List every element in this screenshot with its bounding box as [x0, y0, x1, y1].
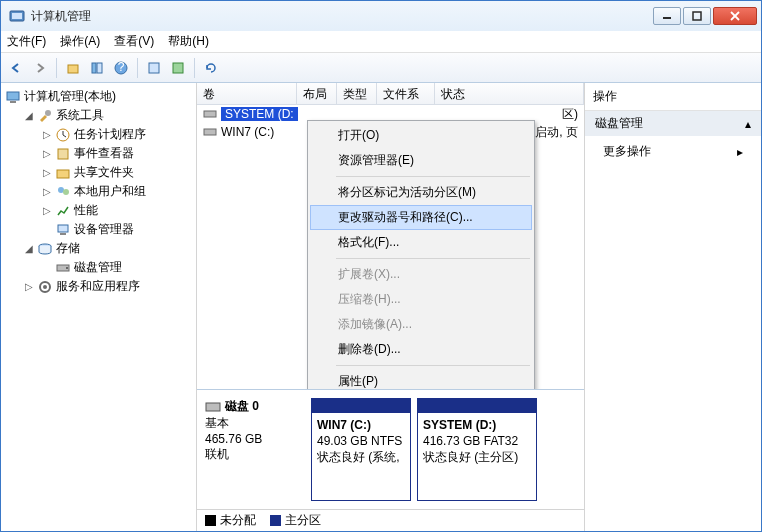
main-pane: 卷 布局 类型 文件系统 状态 SYSTEM (D: 区) WIN7 (C:) …: [197, 83, 585, 531]
storage-icon: [37, 241, 53, 257]
disk-icon: [205, 399, 221, 415]
help-button[interactable]: ?: [110, 57, 132, 79]
svg-rect-7: [92, 63, 96, 73]
expand-icon[interactable]: ▷: [41, 201, 52, 220]
ctx-delete[interactable]: 删除卷(D)...: [310, 337, 532, 362]
actions-header: 操作: [585, 83, 761, 111]
tools-icon: [37, 108, 53, 124]
minimize-button[interactable]: [653, 7, 681, 25]
svg-rect-3: [693, 12, 701, 20]
tree-task-scheduler[interactable]: ▷任务计划程序: [39, 125, 194, 144]
svg-rect-14: [10, 101, 16, 103]
tree-pane: 计算机管理(本地) ◢系统工具 ▷任务计划程序 ▷事件查看器 ▷共享文件夹 ▷本…: [1, 83, 197, 531]
content: 计算机管理(本地) ◢系统工具 ▷任务计划程序 ▷事件查看器 ▷共享文件夹 ▷本…: [1, 83, 761, 531]
tree-disk-management[interactable]: ▷磁盘管理: [39, 258, 194, 277]
ctx-mirror: 添加镜像(A)...: [310, 312, 532, 337]
tree-services[interactable]: ▷服务和应用程序: [21, 277, 194, 296]
svg-rect-29: [204, 129, 216, 135]
col-type[interactable]: 类型: [337, 83, 377, 104]
tree-system-tools[interactable]: ◢系统工具: [21, 106, 194, 125]
menu-file[interactable]: 文件(F): [7, 33, 46, 50]
toolbar: ?: [1, 53, 761, 83]
maximize-button[interactable]: [683, 7, 711, 25]
svg-point-27: [43, 285, 47, 289]
toolbar-icon-1[interactable]: [143, 57, 165, 79]
svg-rect-11: [149, 63, 159, 73]
svg-rect-13: [7, 92, 19, 100]
col-fs[interactable]: 文件系统: [377, 83, 435, 104]
actions-group[interactable]: 磁盘管理 ▴: [585, 111, 761, 136]
col-status[interactable]: 状态: [435, 83, 584, 104]
legend-primary: 主分区: [270, 512, 321, 529]
tree-root[interactable]: 计算机管理(本地): [3, 87, 194, 106]
menu-help[interactable]: 帮助(H): [168, 33, 209, 50]
partition-c[interactable]: WIN7 (C:) 49.03 GB NTFS 状态良好 (系统,: [311, 398, 411, 501]
services-icon: [37, 279, 53, 295]
disk-icon: [55, 260, 71, 276]
expand-icon[interactable]: ▷: [41, 125, 52, 144]
window: 计算机管理 文件(F) 操作(A) 查看(V) 帮助(H) ?: [0, 0, 762, 532]
svg-rect-30: [206, 403, 220, 411]
collapse-icon[interactable]: ◢: [23, 106, 34, 125]
legend: 未分配 主分区: [197, 509, 584, 531]
app-icon: [9, 8, 25, 24]
ctx-change-letter[interactable]: 更改驱动器号和路径(C)...: [310, 205, 532, 230]
chevron-up-icon: ▴: [745, 117, 751, 131]
svg-point-25: [66, 267, 68, 269]
ctx-explorer[interactable]: 资源管理器(E): [310, 148, 532, 173]
svg-rect-6: [68, 65, 78, 73]
partition-d[interactable]: SYSTEM (D:) 416.73 GB FAT32 状态良好 (主分区): [417, 398, 537, 501]
expand-icon[interactable]: ▷: [41, 182, 52, 201]
event-icon: [55, 146, 71, 162]
svg-rect-1: [12, 13, 22, 19]
close-button[interactable]: [713, 7, 757, 25]
menubar: 文件(F) 操作(A) 查看(V) 帮助(H): [1, 31, 761, 53]
toolbar-icon-2[interactable]: [167, 57, 189, 79]
share-icon: [55, 165, 71, 181]
disk-info[interactable]: 磁盘 0 基本 465.76 GB 联机: [205, 398, 305, 501]
context-menu: 打开(O) 资源管理器(E) 将分区标记为活动分区(M) 更改驱动器号和路径(C…: [307, 120, 535, 390]
actions-more[interactable]: 更多操作 ▸: [585, 136, 761, 167]
svg-rect-12: [173, 63, 183, 73]
volume-list-header: 卷 布局 类型 文件系统 状态: [197, 83, 584, 105]
tree-performance[interactable]: ▷性能: [39, 201, 194, 220]
window-buttons: [653, 7, 757, 25]
show-hide-tree-button[interactable]: [86, 57, 108, 79]
clock-icon: [55, 127, 71, 143]
back-button[interactable]: [5, 57, 27, 79]
drive-icon: [203, 107, 217, 121]
tree-storage[interactable]: ◢存储: [21, 239, 194, 258]
menu-view[interactable]: 查看(V): [114, 33, 154, 50]
refresh-button[interactable]: [200, 57, 222, 79]
device-icon: [55, 222, 71, 238]
svg-rect-28: [204, 111, 216, 117]
window-title: 计算机管理: [31, 8, 653, 25]
drive-icon: [203, 125, 217, 139]
collapse-icon[interactable]: ◢: [23, 239, 34, 258]
tree-device-manager[interactable]: ▷设备管理器: [39, 220, 194, 239]
ctx-format[interactable]: 格式化(F)...: [310, 230, 532, 255]
expand-icon[interactable]: ▷: [41, 163, 52, 182]
computer-icon: [5, 89, 21, 105]
menu-action[interactable]: 操作(A): [60, 33, 100, 50]
forward-button[interactable]: [29, 57, 51, 79]
volume-list[interactable]: SYSTEM (D: 区) WIN7 (C:) 启动, 页 打开(O) 资源管理…: [197, 105, 584, 390]
tree-shared-folders[interactable]: ▷共享文件夹: [39, 163, 194, 182]
ctx-properties[interactable]: 属性(P): [310, 369, 532, 390]
expand-icon[interactable]: ▷: [41, 144, 52, 163]
tree-local-users[interactable]: ▷本地用户和组: [39, 182, 194, 201]
svg-text:?: ?: [118, 61, 125, 74]
ctx-open[interactable]: 打开(O): [310, 123, 532, 148]
ctx-mark-active[interactable]: 将分区标记为活动分区(M): [310, 180, 532, 205]
expand-icon[interactable]: ▷: [23, 277, 34, 296]
up-button[interactable]: [62, 57, 84, 79]
svg-rect-22: [60, 233, 66, 235]
col-layout[interactable]: 布局: [297, 83, 337, 104]
legend-unallocated: 未分配: [205, 512, 256, 529]
titlebar[interactable]: 计算机管理: [1, 1, 761, 31]
col-volume[interactable]: 卷: [197, 83, 297, 104]
svg-rect-17: [58, 149, 68, 159]
svg-rect-8: [97, 63, 102, 73]
ctx-extend: 扩展卷(X)...: [310, 262, 532, 287]
tree-event-viewer[interactable]: ▷事件查看器: [39, 144, 194, 163]
